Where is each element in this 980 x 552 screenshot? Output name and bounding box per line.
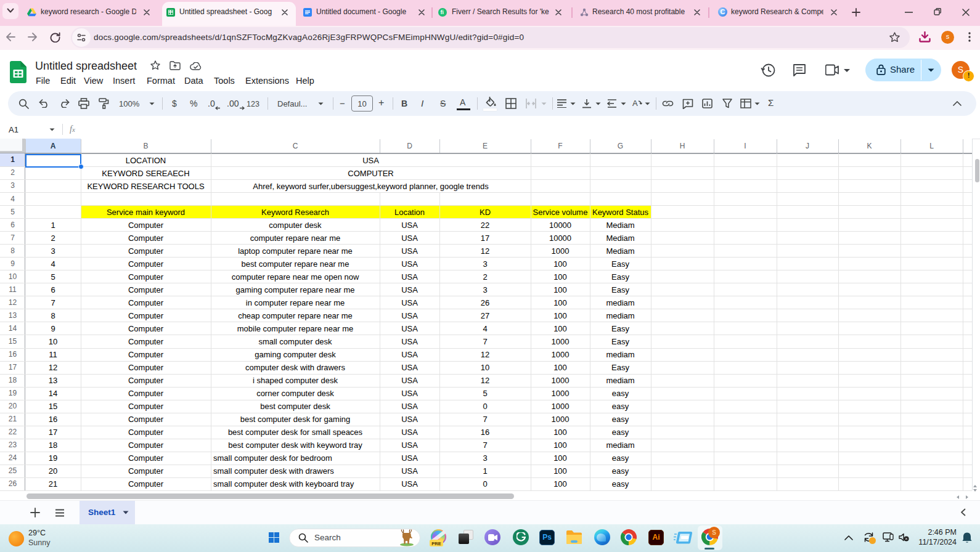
svg-text:A: A bbox=[632, 99, 638, 108]
